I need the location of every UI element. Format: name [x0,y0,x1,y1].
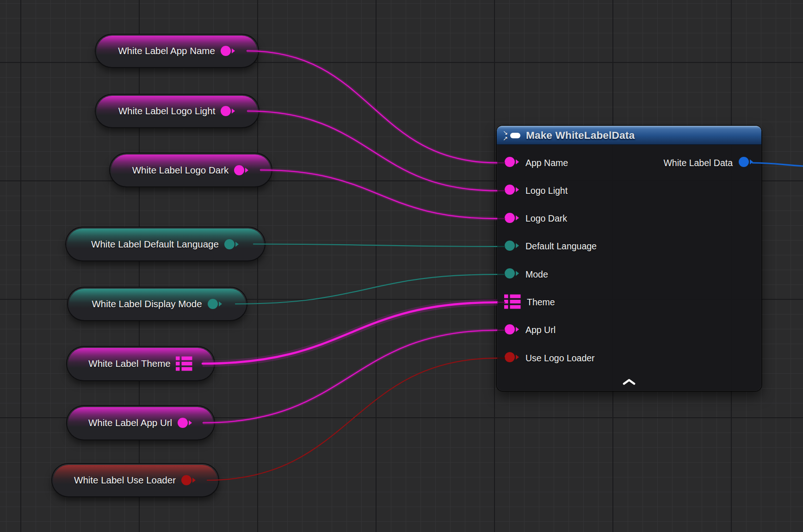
output-pin[interactable] [220,105,236,117]
input-pin-row-theme: Theme [504,294,555,311]
output-pin[interactable] [177,417,193,429]
output-pin[interactable] [176,356,193,371]
getter-label: White Label Theme [88,358,170,369]
output-pin[interactable] [738,156,754,170]
input-pin-row-default-language: Default Language [504,240,597,254]
input-pin-label: Default Language [525,241,597,252]
pin-circle-icon [504,184,520,196]
output-pin-label: White Label Data [663,158,733,168]
wire-logo-light[interactable] [247,111,497,191]
input-pin-row-logo-dark: Logo Dark [504,212,567,226]
pin-circle-icon [504,212,520,224]
output-pin[interactable] [224,238,240,250]
pin-struct-icon [504,294,521,309]
wire-theme[interactable] [203,303,497,364]
input-pin[interactable] [504,184,520,198]
input-pin[interactable] [504,267,520,281]
pin-circle-icon [738,156,754,168]
output-pin[interactable] [207,298,223,310]
getter-label: White Label Default Language [91,239,219,250]
wire-glow [247,111,497,191]
input-pin[interactable] [504,351,520,365]
input-pin-row-app-name: App Name [504,156,568,170]
wire-default-language[interactable] [253,244,497,247]
variable-getter-node-white-label-theme[interactable]: White Label Theme [67,347,214,380]
getter-label: White Label Display Mode [92,298,202,309]
output-pin[interactable] [181,474,197,486]
variable-getter-node-white-label-display-mode[interactable]: White Label Display Mode [68,288,247,320]
input-pin-row-mode: Mode [504,267,548,281]
variable-getter-node-white-label-app-url[interactable]: White Label App Url [67,406,214,439]
pin-circle-icon [504,267,520,279]
make-struct-icon: ↘↗ [502,130,521,142]
wire-logo-dark[interactable] [260,170,497,219]
input-pin-label: Logo Dark [525,213,567,224]
pin-circle-icon [224,238,240,250]
pin-circle-icon [504,323,520,335]
input-pin-label: App Url [525,325,556,335]
input-pin-label: App Name [525,158,568,168]
blueprint-graph-canvas[interactable]: White Label App Name White Label Logo Li… [0,0,803,532]
pin-circle-icon [504,351,520,363]
getter-label: White Label Logo Light [118,105,216,117]
input-pin-label: Mode [525,269,548,280]
pin-circle-icon [177,417,193,429]
pin-circle-icon [181,474,197,486]
wire-app-url[interactable] [203,330,497,423]
input-pin[interactable] [504,156,520,170]
wire-app-name[interactable] [247,51,497,163]
input-pin-row-use-logo-loader: Use Logo Loader [504,351,595,365]
getter-label: White Label App Url [88,417,172,428]
variable-getter-node-white-label-logo-light[interactable]: White Label Logo Light [96,95,259,127]
input-pin-label: Logo Light [525,186,568,196]
input-pin[interactable] [504,294,521,311]
wire-glow [203,303,497,364]
wire-use-logo-loader[interactable] [207,358,497,480]
wire-glow [203,330,497,423]
variable-getter-node-white-label-default-language[interactable]: White Label Default Language [66,228,265,260]
pin-circle-icon [234,164,249,176]
chevron-up-icon [623,379,636,385]
pin-circle-icon [220,105,236,117]
wire-glow [260,170,497,219]
output-pin-row: White Label Data [663,156,754,170]
input-pin[interactable] [504,212,520,226]
input-pin-label: Theme [527,297,555,308]
input-pin[interactable] [504,323,520,337]
input-pin[interactable] [504,240,520,254]
variable-getter-node-white-label-use-loader[interactable]: White Label Use Loader [52,464,218,496]
variable-getter-node-white-label-app-name[interactable]: White Label App Name [96,35,258,67]
node-title: Make WhiteLabelData [526,130,635,142]
input-pin-label: Use Logo Loader [525,353,595,364]
output-pin[interactable] [234,164,249,176]
getter-label: White Label Use Loader [74,475,176,486]
pin-circle-icon [207,298,223,310]
wire-glow [247,51,497,163]
input-pin-row-app-url: App Url [504,323,556,337]
input-pin-row-logo-light: Logo Light [504,184,568,198]
make-whitelabeldata-node[interactable]: ↘↗ Make WhiteLabelData App Name Logo Lig… [497,126,761,391]
node-header[interactable]: ↘↗ Make WhiteLabelData [497,126,761,145]
pin-circle-icon [220,45,236,57]
getter-label: White Label Logo Dark [132,165,229,176]
pin-struct-icon [176,356,193,371]
pin-circle-icon [504,156,520,168]
pin-circle-icon [504,240,520,252]
getter-label: White Label App Name [118,45,215,56]
collapse-node-button[interactable] [618,377,640,388]
output-pin[interactable] [220,45,236,57]
wire-mode[interactable] [235,274,497,304]
variable-getter-node-white-label-logo-dark[interactable]: White Label Logo Dark [110,154,272,186]
